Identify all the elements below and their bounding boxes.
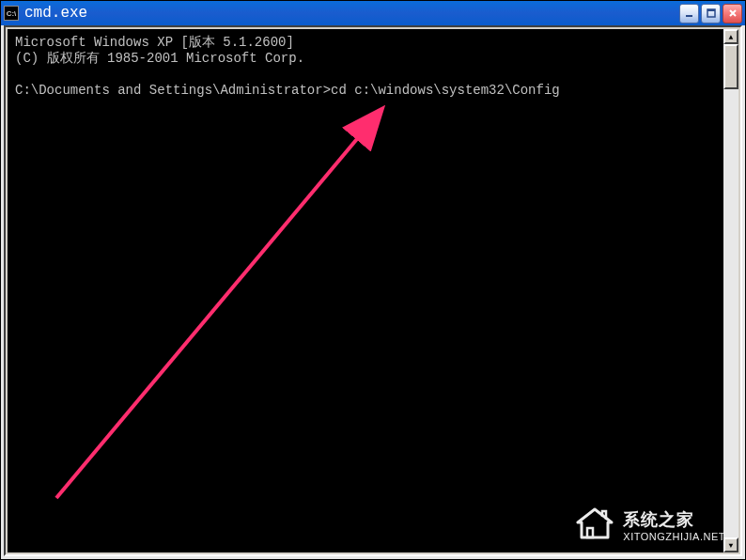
svg-rect-0 [686,15,692,17]
prompt-text: C:\Documents and Settings\Administrator> [15,83,331,98]
terminal-output[interactable]: Microsoft Windows XP [版本 5.1.2600] (C) 版… [8,29,723,552]
watermark-text: 系统之家 XITONGZHIJIA.NET [623,508,725,542]
maximize-button[interactable] [701,4,721,23]
command-text: cd c:\windows\system32\Config [331,83,560,98]
titlebar[interactable]: C:\ cmd.exe [1,1,745,25]
terminal-prompt-line: C:\Documents and Settings\Administrator>… [15,83,560,98]
cmd-window: C:\ cmd.exe Microsoft Windows XP [版本 5.1… [0,0,746,560]
terminal-line: (C) 版权所有 1985-2001 Microsoft Corp. [15,51,304,66]
close-button[interactable] [723,4,742,23]
window-controls [679,4,742,23]
scroll-down-button[interactable]: ▼ [723,537,738,552]
watermark: 系统之家 XITONGZHIJIA.NET [574,507,725,543]
scroll-thumb[interactable] [723,44,738,89]
svg-rect-2 [707,9,715,11]
vertical-scrollbar[interactable]: ▲ ▼ [723,29,738,552]
cmd-icon: C:\ [4,6,19,21]
scroll-up-button[interactable]: ▲ [723,29,738,44]
watermark-url: XITONGZHIJIA.NET [623,531,725,542]
terminal-line: Microsoft Windows XP [版本 5.1.2600] [15,35,294,50]
window-title: cmd.exe [24,5,679,22]
scroll-track[interactable] [723,44,738,537]
watermark-title: 系统之家 [623,508,725,531]
minimize-button[interactable] [679,4,699,23]
watermark-logo-icon [574,507,615,543]
window-client-area: Microsoft Windows XP [版本 5.1.2600] (C) 版… [4,25,742,556]
